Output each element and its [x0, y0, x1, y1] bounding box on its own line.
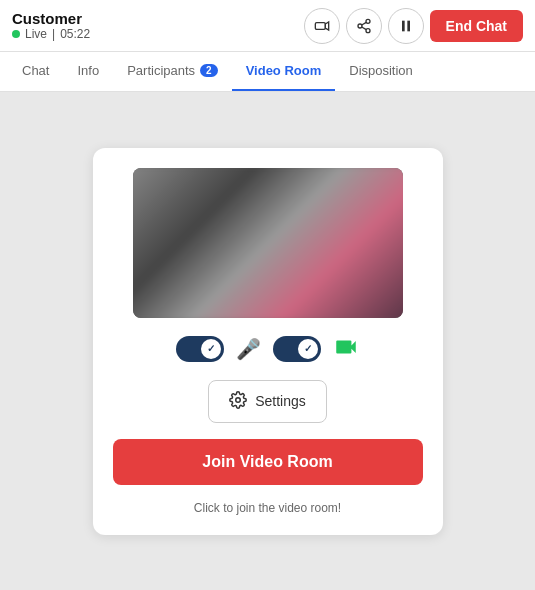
- audio-toggle[interactable]: ✓: [176, 336, 224, 362]
- video-toggle[interactable]: ✓: [273, 336, 321, 362]
- video-toggle-knob: ✓: [298, 339, 318, 359]
- settings-button[interactable]: Settings: [208, 380, 327, 423]
- video-icon: [314, 18, 330, 34]
- tab-chat[interactable]: Chat: [8, 52, 63, 91]
- customer-name: Customer: [12, 10, 90, 27]
- share-icon: [356, 18, 372, 34]
- gear-icon: [229, 391, 247, 412]
- svg-rect-0: [315, 22, 325, 29]
- live-time: 05:22: [60, 27, 90, 41]
- video-preview: [133, 168, 403, 318]
- pause-button[interactable]: [388, 8, 424, 44]
- svg-point-4: [366, 28, 370, 32]
- pause-icon: [398, 18, 414, 34]
- controls-row: ✓ 🎤 ✓: [176, 334, 359, 364]
- audio-check-icon: ✓: [207, 343, 215, 354]
- video-card: ✓ 🎤 ✓ Settings: [93, 148, 443, 535]
- tab-disposition[interactable]: Disposition: [335, 52, 427, 91]
- header-left: Customer Live | 05:22: [12, 10, 90, 41]
- svg-marker-1: [325, 22, 328, 30]
- live-status: Live | 05:22: [12, 27, 90, 41]
- audio-toggle-knob: ✓: [201, 339, 221, 359]
- tabs-bar: Chat Info Participants 2 Video Room Disp…: [0, 52, 535, 92]
- svg-rect-7: [402, 20, 405, 31]
- svg-rect-8: [407, 20, 410, 31]
- svg-point-3: [358, 24, 362, 28]
- tab-participants[interactable]: Participants 2: [113, 52, 231, 91]
- microphone-icon: 🎤: [236, 337, 261, 361]
- header-icons: End Chat: [304, 8, 523, 44]
- header: Customer Live | 05:22: [0, 0, 535, 52]
- svg-point-2: [366, 19, 370, 23]
- svg-line-5: [361, 27, 366, 30]
- svg-point-9: [236, 397, 241, 402]
- settings-label: Settings: [255, 393, 306, 409]
- participants-badge: 2: [200, 64, 218, 77]
- camera-icon: [333, 334, 359, 364]
- share-button[interactable]: [346, 8, 382, 44]
- join-hint: Click to join the video room!: [194, 501, 341, 515]
- tab-video-room[interactable]: Video Room: [232, 52, 336, 91]
- end-chat-button[interactable]: End Chat: [430, 10, 523, 42]
- separator: |: [52, 27, 55, 41]
- main-content: ✓ 🎤 ✓ Settings: [0, 92, 535, 590]
- video-check-icon: ✓: [304, 343, 312, 354]
- join-video-room-button[interactable]: Join Video Room: [113, 439, 423, 485]
- video-call-button[interactable]: [304, 8, 340, 44]
- live-label: Live: [25, 27, 47, 41]
- video-canvas: [133, 168, 403, 318]
- svg-line-6: [361, 22, 366, 25]
- tab-info[interactable]: Info: [63, 52, 113, 91]
- live-dot: [12, 30, 20, 38]
